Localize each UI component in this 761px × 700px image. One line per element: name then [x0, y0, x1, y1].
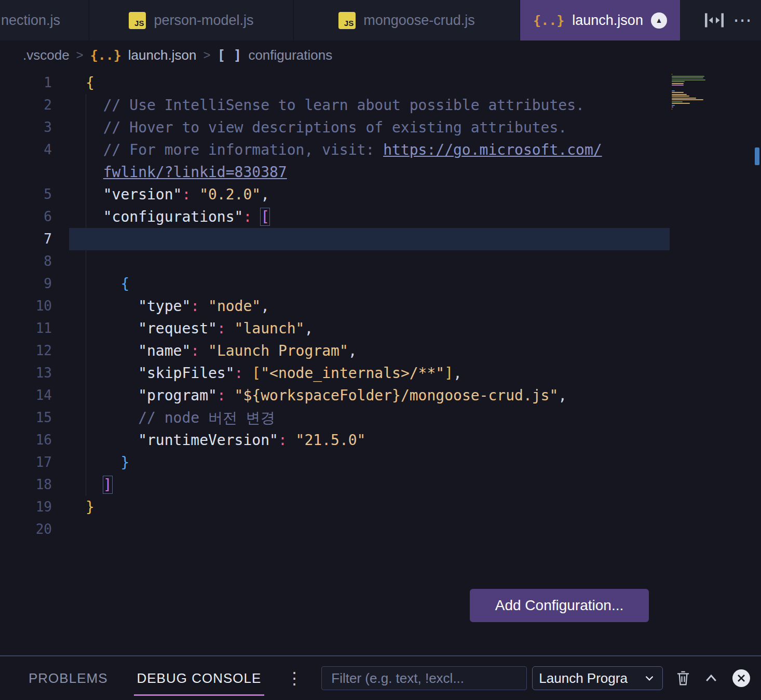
line-number[interactable]: 3 — [0, 116, 52, 139]
kebab-menu-icon[interactable]: ⋮ — [286, 670, 303, 686]
minimap-line — [672, 109, 672, 110]
tab-status-circle-icon[interactable]: ▲ — [651, 12, 667, 29]
line-number[interactable]: 8 — [0, 250, 52, 273]
code-text: "name": "Launch Program", — [86, 340, 357, 362]
clear-console-trash-icon[interactable] — [675, 670, 691, 686]
chevron-right-icon: > — [76, 48, 84, 62]
code-text: ] — [86, 474, 112, 496]
minimap-line — [672, 98, 696, 99]
minimap-line — [672, 103, 690, 104]
breadcrumb-folder[interactable]: .vscode — [23, 47, 70, 63]
minimap-line — [672, 88, 738, 89]
line-number[interactable] — [0, 161, 52, 183]
code-text: "program": "${workspaceFolder}/mongoose-… — [86, 384, 567, 407]
line-number[interactable]: 2 — [0, 94, 52, 116]
tab-mongoose-crud-js[interactable]: JS mongoose-crud.js — [294, 0, 520, 41]
chevron-down-icon — [643, 671, 656, 685]
line-number[interactable]: 17 — [0, 451, 52, 474]
minimap-line — [672, 105, 675, 106]
line-number[interactable]: 20 — [0, 518, 52, 541]
line-number[interactable]: 14 — [0, 384, 52, 407]
tab-label: launch.json — [572, 12, 643, 29]
tab-label: person-model.js — [154, 12, 253, 29]
vscode-window: nection.js JS person-model.js JS mongoos… — [0, 0, 761, 700]
line-number[interactable]: 6 — [0, 206, 52, 228]
code-line[interactable]: 4 // For more information, visit: https:… — [0, 139, 761, 161]
minimap-line — [672, 74, 672, 75]
minimap-line — [672, 85, 684, 86]
code-editor[interactable]: 1{2 // Use IntelliSense to learn about p… — [0, 70, 761, 655]
breadcrumb: .vscode > {..} launch.json > [ ] configu… — [0, 41, 761, 70]
line-number[interactable]: 19 — [0, 496, 52, 518]
minimap-line — [672, 106, 673, 107]
code-line[interactable]: 18 ] — [0, 474, 761, 496]
code-text: // node 버전 변경 — [86, 407, 275, 429]
tab-problems[interactable]: PROBLEMS — [29, 656, 108, 700]
line-number[interactable]: 4 — [0, 139, 52, 161]
code-line[interactable]: 20 — [0, 518, 761, 541]
code-line[interactable]: 13 "skipFiles": ["<node_internals>/**"], — [0, 362, 761, 384]
code-line[interactable]: 2 // Use IntelliSense to learn about pos… — [0, 94, 761, 116]
code-line[interactable]: 19} — [0, 496, 761, 518]
overview-ruler-mark — [755, 147, 759, 165]
minimap-line — [672, 96, 689, 97]
line-number[interactable]: 16 — [0, 429, 52, 451]
maximize-panel-chevron-icon[interactable] — [703, 671, 719, 685]
minimap-line — [672, 87, 738, 88]
split-editor-icon[interactable] — [705, 12, 724, 28]
javascript-icon: JS — [129, 12, 146, 29]
code-text: "type": "node", — [86, 295, 269, 317]
javascript-icon: JS — [338, 12, 356, 29]
code-line[interactable]: 6 "configurations": [ — [0, 206, 761, 228]
launch-config-dropdown[interactable]: Launch Progra — [532, 666, 663, 690]
tab-label: mongoose-crud.js — [363, 12, 475, 29]
code-line[interactable]: 12 "name": "Launch Program", — [0, 340, 761, 362]
code-line[interactable]: 15 // node 버전 변경 — [0, 407, 761, 429]
line-number[interactable]: 11 — [0, 317, 52, 340]
code-text: { — [86, 273, 129, 295]
breadcrumb-symbol[interactable]: configurations — [248, 47, 332, 63]
code-line[interactable]: 11 "request": "launch", — [0, 317, 761, 340]
minimap-line — [672, 90, 675, 91]
code-text: "runtimeVersion": "21.5.0" — [86, 429, 365, 451]
minimap[interactable] — [672, 74, 738, 111]
breadcrumb-file[interactable]: launch.json — [128, 47, 197, 63]
line-number[interactable]: 10 — [0, 295, 52, 317]
close-panel-icon[interactable] — [732, 669, 750, 687]
code-text: // Use IntelliSense to learn about possi… — [86, 94, 585, 116]
dropdown-selected-value: Launch Progra — [539, 670, 643, 686]
code-line[interactable]: 8 — [0, 250, 761, 273]
line-number[interactable]: 9 — [0, 273, 52, 295]
minimap-line — [672, 76, 704, 77]
code-line[interactable]: 3 // Hover to view descriptions of exist… — [0, 116, 761, 139]
code-line[interactable]: 9 { — [0, 273, 761, 295]
code-line[interactable]: 5 "version": "0.2.0", — [0, 183, 761, 206]
tab-debug-console[interactable]: DEBUG CONSOLE — [134, 656, 265, 700]
tab-launch-json-active[interactable]: {..} launch.json ▲ — [520, 0, 680, 41]
line-number[interactable]: 1 — [0, 72, 52, 94]
add-configuration-button[interactable]: Add Configuration... — [470, 589, 649, 622]
array-symbol-icon: [ ] — [217, 47, 241, 63]
tab-person-model-js[interactable]: JS person-model.js — [89, 0, 294, 41]
filter-input[interactable] — [321, 666, 527, 690]
chevron-right-icon: > — [203, 48, 210, 62]
line-number[interactable]: 15 — [0, 407, 52, 429]
code-text: "version": "0.2.0", — [86, 183, 269, 206]
minimap-line — [672, 83, 684, 84]
line-number[interactable]: 18 — [0, 474, 52, 496]
line-number[interactable]: 5 — [0, 183, 52, 206]
minimap-line — [672, 99, 703, 100]
code-text: } — [86, 496, 94, 518]
line-number[interactable]: 13 — [0, 362, 52, 384]
code-line[interactable]: 1{ — [0, 72, 761, 94]
code-line[interactable]: 10 "type": "node", — [0, 295, 761, 317]
line-number[interactable]: 7 — [0, 228, 52, 250]
more-actions-icon[interactable]: ⋯ — [733, 11, 753, 30]
line-number[interactable]: 12 — [0, 340, 52, 362]
code-line[interactable]: 7 — [0, 228, 761, 250]
tab-connection-js[interactable]: nection.js — [0, 0, 89, 41]
code-line[interactable]: 16 "runtimeVersion": "21.5.0" — [0, 429, 761, 451]
code-line[interactable]: 17 } — [0, 451, 761, 474]
code-line[interactable]: fwlink/?linkid=830387 — [0, 161, 761, 183]
code-line[interactable]: 14 "program": "${workspaceFolder}/mongoo… — [0, 384, 761, 407]
